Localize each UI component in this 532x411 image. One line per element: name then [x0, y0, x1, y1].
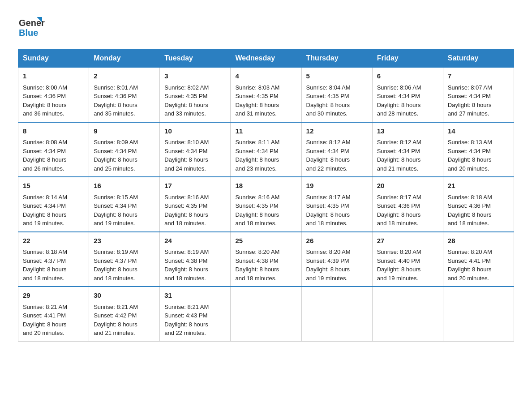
daylight-info-line1: Daylight: 8 hours: [164, 101, 226, 110]
daylight-info-line1: Daylight: 8 hours: [94, 101, 155, 110]
daylight-info-line1: Daylight: 8 hours: [448, 101, 509, 110]
sunrise-info: Sunrise: 8:06 AM: [377, 83, 438, 92]
sunset-info: Sunset: 4:36 PM: [377, 201, 438, 210]
day-number: 17: [164, 181, 226, 191]
sunset-info: Sunset: 4:34 PM: [164, 147, 226, 156]
daylight-info-line1: Daylight: 8 hours: [235, 210, 296, 219]
sunset-info: Sunset: 4:35 PM: [306, 201, 368, 210]
daylight-info-line2: and 22 minutes.: [164, 329, 226, 338]
calendar-day-cell: [372, 287, 443, 341]
calendar-week-row: 15Sunrise: 8:14 AMSunset: 4:34 PMDayligh…: [18, 177, 514, 232]
daylight-info-line2: and 19 minutes.: [94, 219, 155, 228]
daylight-info-line2: and 18 minutes.: [94, 274, 155, 283]
day-number: 11: [235, 126, 296, 137]
sunset-info: Sunset: 4:37 PM: [94, 257, 155, 265]
calendar-day-cell: [301, 287, 372, 341]
daylight-info-line1: Daylight: 8 hours: [235, 155, 296, 164]
sunset-info: Sunset: 4:37 PM: [23, 257, 84, 265]
sunrise-info: Sunrise: 8:12 AM: [377, 138, 438, 147]
calendar-day-cell: 7Sunrise: 8:07 AMSunset: 4:34 PMDaylight…: [443, 67, 514, 122]
day-number: 21: [448, 181, 509, 191]
calendar-week-row: 8Sunrise: 8:08 AMSunset: 4:34 PMDaylight…: [18, 122, 514, 177]
daylight-info-line1: Daylight: 8 hours: [377, 210, 438, 219]
daylight-info-line1: Daylight: 8 hours: [235, 265, 296, 274]
daylight-info-line2: and 36 minutes.: [23, 109, 84, 118]
daylight-info-line1: Daylight: 8 hours: [164, 320, 226, 329]
day-number: 24: [164, 236, 226, 246]
calendar-day-cell: 17Sunrise: 8:16 AMSunset: 4:35 PMDayligh…: [160, 177, 231, 232]
sunset-info: Sunset: 4:34 PM: [448, 147, 509, 156]
sunset-info: Sunset: 4:41 PM: [23, 311, 84, 320]
calendar-day-cell: 31Sunrise: 8:21 AMSunset: 4:43 PMDayligh…: [160, 287, 231, 341]
day-number: 20: [377, 181, 438, 191]
day-number: 5: [306, 71, 368, 81]
daylight-info-line1: Daylight: 8 hours: [306, 155, 368, 164]
daylight-info-line1: Daylight: 8 hours: [164, 155, 226, 164]
calendar-day-cell: 5Sunrise: 8:04 AMSunset: 4:35 PMDaylight…: [301, 67, 372, 122]
sunrise-info: Sunrise: 8:21 AM: [164, 303, 226, 312]
daylight-info-line2: and 25 minutes.: [94, 164, 155, 173]
day-number: 18: [235, 181, 296, 191]
calendar-day-cell: 16Sunrise: 8:15 AMSunset: 4:34 PMDayligh…: [89, 177, 160, 232]
daylight-info-line1: Daylight: 8 hours: [377, 265, 438, 274]
calendar-day-cell: 12Sunrise: 8:12 AMSunset: 4:34 PMDayligh…: [301, 122, 372, 177]
sunrise-info: Sunrise: 8:17 AM: [377, 193, 438, 202]
daylight-info-line1: Daylight: 8 hours: [306, 265, 368, 274]
sunset-info: Sunset: 4:34 PM: [377, 92, 438, 101]
daylight-info-line1: Daylight: 8 hours: [94, 265, 155, 274]
day-of-week-header: Thursday: [301, 50, 372, 68]
daylight-info-line1: Daylight: 8 hours: [306, 101, 368, 110]
daylight-info-line2: and 21 minutes.: [94, 329, 155, 338]
daylight-info-line2: and 26 minutes.: [23, 164, 84, 173]
sunrise-info: Sunrise: 8:11 AM: [235, 138, 296, 147]
daylight-info-line2: and 33 minutes.: [164, 109, 226, 118]
logo: General Blue: [18, 13, 47, 40]
daylight-info-line2: and 18 minutes.: [235, 274, 296, 283]
daylight-info-line2: and 35 minutes.: [94, 109, 155, 118]
daylight-info-line1: Daylight: 8 hours: [377, 155, 438, 164]
daylight-info-line1: Daylight: 8 hours: [448, 265, 509, 274]
sunrise-info: Sunrise: 8:18 AM: [23, 248, 84, 257]
calendar-day-cell: 1Sunrise: 8:00 AMSunset: 4:36 PMDaylight…: [18, 67, 89, 122]
daylight-info-line2: and 22 minutes.: [306, 164, 368, 173]
daylight-info-line2: and 18 minutes.: [377, 219, 438, 228]
day-number: 22: [23, 236, 84, 246]
sunrise-info: Sunrise: 8:00 AM: [23, 83, 84, 92]
sunset-info: Sunset: 4:34 PM: [448, 92, 509, 101]
day-of-week-header: Tuesday: [160, 50, 231, 68]
daylight-info-line1: Daylight: 8 hours: [448, 155, 509, 164]
calendar-day-cell: 19Sunrise: 8:17 AMSunset: 4:35 PMDayligh…: [301, 177, 372, 232]
calendar-day-cell: [231, 287, 301, 341]
sunset-info: Sunset: 4:41 PM: [448, 257, 509, 265]
page-header: General Blue: [18, 13, 514, 40]
sunrise-info: Sunrise: 8:19 AM: [164, 248, 226, 257]
sunrise-info: Sunrise: 8:18 AM: [448, 193, 509, 202]
day-number: 2: [94, 71, 155, 81]
calendar-day-cell: 21Sunrise: 8:18 AMSunset: 4:36 PMDayligh…: [443, 177, 514, 232]
sunset-info: Sunset: 4:35 PM: [235, 92, 296, 101]
daylight-info-line2: and 21 minutes.: [377, 164, 438, 173]
daylight-info-line1: Daylight: 8 hours: [23, 265, 84, 274]
sunrise-info: Sunrise: 8:01 AM: [94, 83, 155, 92]
svg-text:Blue: Blue: [19, 28, 38, 38]
sunset-info: Sunset: 4:36 PM: [448, 201, 509, 210]
day-number: 23: [94, 236, 155, 246]
sunrise-info: Sunrise: 8:17 AM: [306, 193, 368, 202]
sunset-info: Sunset: 4:34 PM: [377, 147, 438, 156]
calendar-day-cell: 22Sunrise: 8:18 AMSunset: 4:37 PMDayligh…: [18, 232, 89, 287]
sunset-info: Sunset: 4:34 PM: [23, 147, 84, 156]
calendar-day-cell: [443, 287, 514, 341]
calendar-week-row: 22Sunrise: 8:18 AMSunset: 4:37 PMDayligh…: [18, 232, 514, 287]
daylight-info-line2: and 20 minutes.: [448, 274, 509, 283]
day-number: 6: [377, 71, 438, 81]
calendar-week-row: 1Sunrise: 8:00 AMSunset: 4:36 PMDaylight…: [18, 67, 514, 122]
day-of-week-header: Friday: [372, 50, 443, 68]
calendar-day-cell: 26Sunrise: 8:20 AMSunset: 4:39 PMDayligh…: [301, 232, 372, 287]
sunset-info: Sunset: 4:35 PM: [164, 201, 226, 210]
daylight-info-line2: and 18 minutes.: [164, 274, 226, 283]
sunrise-info: Sunrise: 8:20 AM: [306, 248, 368, 257]
daylight-info-line1: Daylight: 8 hours: [448, 210, 509, 219]
daylight-info-line1: Daylight: 8 hours: [164, 265, 226, 274]
sunset-info: Sunset: 4:34 PM: [306, 147, 368, 156]
calendar-day-cell: 6Sunrise: 8:06 AMSunset: 4:34 PMDaylight…: [372, 67, 443, 122]
